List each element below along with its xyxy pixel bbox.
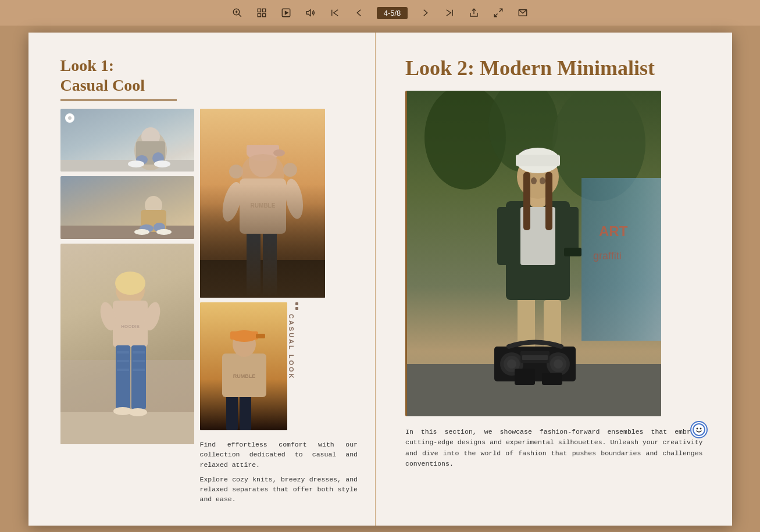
thumbnail-1[interactable]	[60, 109, 194, 172]
svg-line-14	[495, 14, 498, 17]
svg-rect-5	[262, 9, 265, 12]
svg-point-48	[129, 408, 147, 416]
left-right-column: RUMBLE	[200, 109, 358, 515]
svg-rect-6	[258, 14, 261, 17]
left-content-area: HOODIE	[60, 109, 358, 515]
svg-line-1	[238, 14, 241, 17]
main-photo-right[interactable]: ART graffiti	[405, 91, 661, 416]
small-photos-row: RUMBLE	[200, 302, 358, 430]
svg-rect-70	[230, 331, 258, 340]
svg-rect-50	[200, 260, 325, 298]
page-right: Look 2: Modern Minimalist	[376, 33, 732, 526]
title-divider	[60, 99, 177, 101]
casual-look-label: CASUAL LOOK	[287, 314, 297, 380]
svg-rect-52	[263, 225, 277, 295]
svg-text:graffiti: graffiti	[593, 250, 622, 262]
vertical-text-container: CASUAL LOOK	[292, 302, 304, 430]
svg-rect-94	[516, 155, 560, 166]
look1-title: Look 1: Casual Cool	[60, 56, 358, 95]
toolbar: 4-5/8	[0, 0, 760, 26]
prev-page-icon[interactable]	[352, 6, 366, 20]
svg-rect-42	[117, 360, 129, 362]
svg-rect-88	[564, 248, 581, 256]
description-para-2: Explore cozy knits, breezy dresses, and …	[200, 474, 358, 505]
share-icon[interactable]	[467, 6, 481, 20]
svg-rect-16	[60, 160, 194, 172]
svg-rect-87	[567, 207, 579, 253]
left-thumbnails: HOODIE	[60, 109, 194, 515]
svg-point-22	[128, 160, 144, 167]
radio-dot	[65, 113, 74, 123]
svg-rect-51	[247, 225, 261, 295]
fullscreen-icon[interactable]	[491, 6, 505, 20]
svg-point-57	[229, 165, 243, 178]
svg-point-55	[219, 180, 245, 224]
svg-point-34	[115, 272, 145, 295]
smiley-circle-icon	[690, 421, 708, 438]
svg-rect-105	[522, 355, 548, 360]
svg-rect-91	[523, 172, 530, 230]
right-description-text: In this section, we showcase fashion-for…	[405, 427, 703, 470]
svg-rect-40	[131, 345, 146, 409]
last-page-icon[interactable]	[443, 6, 456, 20]
svg-text:RUMBLE: RUMBLE	[250, 202, 275, 209]
svg-rect-39	[116, 345, 130, 409]
look2-title: Look 2: Modern Minimalist	[405, 56, 703, 80]
book-container: Look 1: Casual Cool	[0, 26, 760, 532]
zoom-in-icon[interactable]	[230, 6, 244, 20]
page-left: Look 1: Casual Cool	[28, 33, 377, 526]
svg-rect-45	[133, 360, 145, 362]
svg-rect-106	[515, 369, 535, 385]
email-icon[interactable]	[516, 6, 530, 20]
svg-rect-31	[60, 412, 194, 444]
svg-marker-10	[306, 10, 311, 16]
svg-rect-41	[117, 351, 129, 354]
grid-icon[interactable]	[255, 6, 269, 20]
svg-point-29	[134, 229, 149, 235]
description-block: Find effortless comfort with our collect…	[200, 440, 358, 505]
svg-text:HOODIE: HOODIE	[121, 324, 140, 329]
svg-point-109	[696, 428, 698, 430]
book: Look 1: Casual Cool	[28, 33, 732, 526]
svg-text:ART: ART	[599, 223, 628, 239]
description-para-1: Find effortless comfort with our collect…	[200, 440, 358, 470]
svg-point-110	[700, 428, 701, 430]
svg-point-58	[283, 163, 297, 177]
volume-icon[interactable]	[304, 6, 317, 20]
svg-rect-7	[262, 14, 265, 17]
right-description: In this section, we showcase fashion-for…	[405, 427, 703, 470]
svg-rect-92	[545, 172, 552, 230]
play-icon[interactable]	[279, 6, 293, 20]
svg-point-56	[283, 177, 306, 220]
svg-rect-4	[258, 9, 261, 12]
svg-rect-107	[542, 373, 562, 385]
svg-point-23	[154, 160, 170, 167]
svg-rect-71	[256, 334, 265, 338]
first-page-icon[interactable]	[328, 6, 342, 20]
page-indicator: 4-5/8	[377, 7, 408, 19]
svg-rect-43	[117, 369, 129, 371]
svg-rect-46	[133, 369, 145, 371]
main-photo-left[interactable]: RUMBLE	[200, 109, 325, 298]
thumbnail-2[interactable]	[60, 176, 194, 239]
svg-rect-24	[60, 226, 194, 239]
svg-rect-86	[497, 207, 509, 265]
svg-point-30	[156, 229, 172, 235]
svg-rect-49	[200, 109, 325, 298]
svg-point-108	[693, 424, 705, 435]
svg-line-13	[499, 9, 502, 12]
thumbnail-3[interactable]: HOODIE	[60, 244, 194, 444]
svg-point-95	[531, 177, 537, 184]
small-photo-left[interactable]: RUMBLE	[200, 302, 287, 430]
svg-point-103	[554, 359, 563, 369]
svg-point-100	[507, 359, 516, 369]
svg-point-62	[273, 149, 285, 156]
next-page-icon[interactable]	[418, 6, 432, 20]
svg-point-96	[540, 177, 545, 184]
svg-text:RUMBLE: RUMBLE	[233, 373, 255, 379]
svg-rect-44	[133, 351, 145, 354]
svg-marker-9	[284, 10, 288, 15]
svg-rect-53	[240, 178, 286, 234]
